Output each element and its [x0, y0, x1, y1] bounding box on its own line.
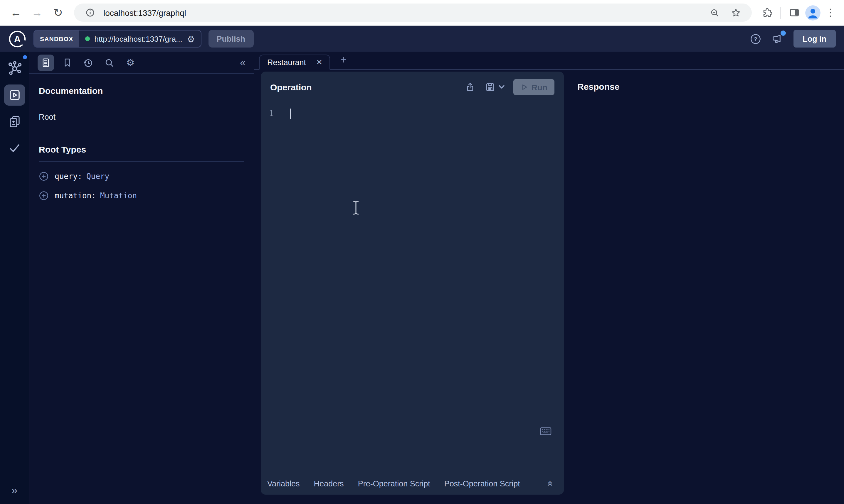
- browser-reload-button[interactable]: ↻: [49, 4, 67, 21]
- operation-footer-bar: Variables Headers Pre-Operation Script P…: [261, 472, 564, 494]
- line-number: 1: [261, 108, 278, 120]
- run-button-label: Run: [532, 83, 547, 92]
- documentation-panel: ⚙ « Documentation Root Root Types query:…: [29, 52, 254, 504]
- expand-footer-panel-icon[interactable]: »: [544, 481, 555, 486]
- main-area: Restaurant × + Operation: [254, 52, 844, 504]
- run-button[interactable]: Run: [513, 79, 554, 95]
- endpoint-control: SANDBOX http://localhost:1337/gra... ⚙: [33, 30, 202, 48]
- footer-tab-pre-operation-script[interactable]: Pre-Operation Script: [358, 479, 430, 488]
- connection-status-dot: [85, 36, 90, 41]
- add-query-icon[interactable]: [39, 171, 49, 181]
- announcement-notification-dot: [780, 31, 786, 36]
- browser-address-bar[interactable]: localhost:1337/graphql: [74, 3, 752, 22]
- page-zoom-icon[interactable]: [707, 5, 722, 20]
- workspace: »: [0, 52, 844, 504]
- documentation-tab-icon[interactable]: [38, 54, 54, 71]
- extensions-icon[interactable]: [759, 5, 774, 20]
- svg-text:?: ?: [754, 36, 757, 42]
- expand-sidebar-icon[interactable]: »: [0, 485, 29, 497]
- changelog-icon[interactable]: [7, 114, 21, 128]
- docs-toolbar: ⚙ «: [29, 52, 254, 74]
- footer-tab-post-operation-script[interactable]: Post-Operation Script: [444, 479, 520, 488]
- connection-settings-gear-icon[interactable]: ⚙: [187, 34, 195, 43]
- share-icon[interactable]: [465, 82, 476, 93]
- keyboard-shortcuts-icon[interactable]: [539, 426, 552, 436]
- bookmark-star-icon[interactable]: [728, 5, 744, 20]
- docs-content: Documentation Root Root Types query:Quer…: [29, 74, 254, 212]
- query-field-label: query:Query: [55, 172, 109, 181]
- text-caret: [290, 109, 291, 119]
- footer-tab-headers[interactable]: Headers: [314, 479, 344, 488]
- new-tab-icon[interactable]: +: [340, 54, 346, 66]
- operation-tab-bar: Restaurant × +: [254, 52, 844, 70]
- activity-bar: »: [0, 52, 29, 504]
- sandbox-badge: SANDBOX: [34, 31, 79, 47]
- mouse-ibeam-cursor: [352, 200, 360, 215]
- save-menu-chevron-down-icon[interactable]: [499, 85, 504, 89]
- schema-notification-dot: [23, 55, 27, 59]
- apollo-header: A SANDBOX http://localhost:1337/gra... ⚙…: [0, 26, 844, 52]
- app-root: ← → ↻ localhost:1337/graphql: [0, 0, 844, 504]
- side-panel-icon[interactable]: [787, 5, 802, 20]
- graph-schema-icon[interactable]: [7, 60, 22, 76]
- help-icon[interactable]: ?: [749, 33, 761, 45]
- toolbar-divider: [780, 7, 780, 18]
- response-panel: Response: [573, 72, 844, 494]
- root-link[interactable]: Root: [39, 113, 55, 122]
- saved-operations-bookmark-icon[interactable]: [59, 54, 75, 71]
- content-row: Operation: [254, 70, 844, 504]
- publish-button[interactable]: Publish: [208, 30, 254, 48]
- docs-divider: [39, 103, 244, 103]
- svg-text:A: A: [14, 34, 20, 44]
- browser-profile-avatar[interactable]: [805, 5, 821, 20]
- browser-forward-button[interactable]: →: [28, 4, 46, 21]
- response-title: Response: [578, 82, 619, 92]
- footer-tab-variables[interactable]: Variables: [267, 479, 300, 488]
- endpoint-url-field[interactable]: http://localhost:1337/gra... ⚙: [79, 31, 201, 47]
- browser-menu-icon[interactable]: ⋮: [824, 6, 837, 19]
- root-types-title: Root Types: [39, 144, 244, 154]
- announcements-megaphone-icon[interactable]: [771, 32, 784, 45]
- collapse-docs-panel-icon[interactable]: «: [240, 57, 245, 68]
- browser-back-button[interactable]: ←: [7, 4, 25, 21]
- browser-toolbar: ← → ↻ localhost:1337/graphql: [0, 0, 844, 26]
- history-icon[interactable]: [80, 54, 96, 71]
- close-tab-icon[interactable]: ×: [316, 57, 322, 67]
- address-bar-url: localhost:1337/graphql: [103, 8, 186, 17]
- checks-icon[interactable]: [7, 141, 21, 155]
- editor-line-1: 1: [261, 108, 564, 120]
- save-icon[interactable]: [485, 82, 496, 93]
- save-operation-control[interactable]: [485, 82, 504, 93]
- operation-actions: Run: [465, 79, 554, 95]
- operation-panel: Operation: [261, 72, 564, 494]
- operation-header: Operation: [261, 72, 564, 100]
- tab-restaurant[interactable]: Restaurant ×: [259, 55, 330, 70]
- mutation-field-label: mutation:Mutation: [55, 191, 137, 200]
- login-button[interactable]: Log in: [793, 30, 836, 48]
- endpoint-url-text: http://localhost:1337/gra...: [94, 34, 182, 43]
- tab-label: Restaurant: [267, 58, 306, 67]
- explorer-icon[interactable]: [4, 85, 25, 106]
- docs-divider: [39, 161, 244, 162]
- header-right-group: ? Log in: [749, 30, 836, 48]
- apollo-logo[interactable]: A: [8, 30, 27, 48]
- add-mutation-icon[interactable]: [39, 191, 49, 201]
- operation-title: Operation: [270, 82, 312, 92]
- site-info-icon[interactable]: [82, 5, 98, 20]
- docs-title: Documentation: [39, 86, 244, 96]
- mutation-field-row[interactable]: mutation:Mutation: [39, 191, 244, 201]
- settings-gear-icon[interactable]: ⚙: [122, 54, 139, 71]
- operation-editor[interactable]: 1: [261, 100, 564, 472]
- search-icon[interactable]: [101, 54, 118, 71]
- query-field-row[interactable]: query:Query: [39, 171, 244, 181]
